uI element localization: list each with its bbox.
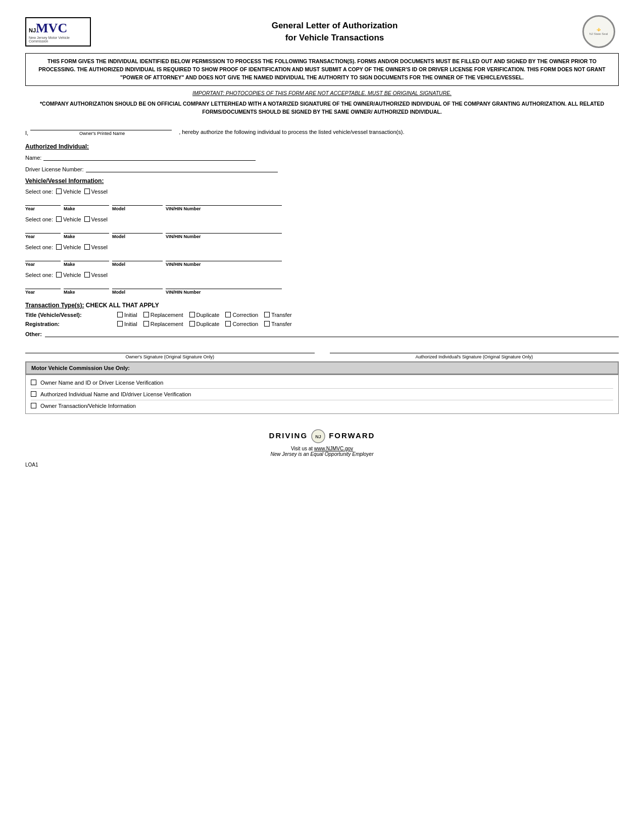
dl-input[interactable] xyxy=(86,166,278,172)
model-col-label-4: Model xyxy=(112,290,125,295)
vin-col-label-2: VIN/HIN Number xyxy=(166,234,201,239)
model-col-label-1: Model xyxy=(112,206,125,211)
make-line-4[interactable] xyxy=(64,281,109,289)
vin-line-1[interactable] xyxy=(166,198,282,206)
model-line-3[interactable] xyxy=(112,253,163,261)
title-transfer-checkbox[interactable] xyxy=(264,312,270,317)
make-col-label-4: Make xyxy=(64,290,75,295)
title-row-label: Title (Vehicle/Vessel): xyxy=(25,312,111,318)
reg-initial-checkbox[interactable] xyxy=(117,321,123,327)
owner-sig-line[interactable] xyxy=(25,344,315,353)
auth-sig-label: Authorized Individual's Signature (Origi… xyxy=(330,354,619,359)
year-line-4[interactable] xyxy=(25,281,61,289)
reg-correction-checkbox[interactable] xyxy=(225,321,231,327)
vin-col-label-3: VIN/HIN Number xyxy=(166,262,201,267)
form-code: LOA1 xyxy=(25,462,619,468)
vessel-checkbox-item-3[interactable]: Vessel xyxy=(84,244,108,250)
make-line-1[interactable] xyxy=(64,198,109,206)
auth-sig-line[interactable] xyxy=(330,344,619,353)
mvc-checkbox-1[interactable] xyxy=(31,380,36,385)
mvc-item-3: Owner Transaction/Vehicle Information xyxy=(31,400,613,411)
footer-visit: Visit us at www.NJMVC.gov xyxy=(25,446,619,451)
transaction-title-underlined: Transaction Type(s): xyxy=(25,302,84,309)
vessel-checkbox-2[interactable] xyxy=(84,216,90,222)
mvc-checkbox-2[interactable] xyxy=(31,391,36,397)
owner-name-field[interactable] xyxy=(30,123,172,130)
title-replacement-label: Replacement xyxy=(151,312,183,318)
reg-transfer-item[interactable]: Transfer xyxy=(264,321,292,327)
year-line-3[interactable] xyxy=(25,253,61,261)
title-correction-item[interactable]: Correction xyxy=(225,312,258,318)
mvc-item-2-text: Authorized Individual Name and ID/driver… xyxy=(40,391,191,397)
vessel-checkbox-4[interactable] xyxy=(84,272,90,277)
title-correction-label: Correction xyxy=(232,312,258,318)
reg-duplicate-item[interactable]: Duplicate xyxy=(189,321,220,327)
vehicle-checkbox-item-1[interactable]: Vehicle xyxy=(56,189,81,195)
title-initial-checkbox[interactable] xyxy=(117,312,123,317)
registration-transaction-row: Registration: Initial Replacement Duplic… xyxy=(25,321,619,327)
vessel-checkbox-item-1[interactable]: Vessel xyxy=(84,189,108,195)
vin-line-3[interactable] xyxy=(166,253,282,261)
vessel-checkbox-item-4[interactable]: Vessel xyxy=(84,272,108,278)
vehicle-checkbox-4[interactable] xyxy=(56,272,62,277)
owner-sig-field: Owner's Signature (Original Signature On… xyxy=(25,344,315,359)
vehicle-checkbox-item-2[interactable]: Vehicle xyxy=(56,216,81,222)
dl-label: Driver License Number: xyxy=(25,166,84,172)
vehicle-checkbox-3[interactable] xyxy=(56,244,62,250)
name-input[interactable] xyxy=(43,154,256,161)
title-initial-item[interactable]: Initial xyxy=(117,312,137,318)
reg-initial-label: Initial xyxy=(124,321,137,327)
year-line-2[interactable] xyxy=(25,225,61,234)
make-line-3[interactable] xyxy=(64,253,109,261)
model-line-1[interactable] xyxy=(112,198,163,206)
vehicle-label-1: Vehicle xyxy=(63,189,81,195)
year-col-label-4: Year xyxy=(25,290,35,295)
year-col-label-3: Year xyxy=(25,262,35,267)
vin-line-2[interactable] xyxy=(166,225,282,234)
reg-transfer-label: Transfer xyxy=(271,321,292,327)
reg-initial-item[interactable]: Initial xyxy=(117,321,137,327)
vin-line-4[interactable] xyxy=(166,281,282,289)
make-field-3: Make xyxy=(64,253,109,267)
logo-box: NJMVC New Jersey Motor Vehicle Commissio… xyxy=(25,17,91,47)
vin-field-1: VIN/HIN Number xyxy=(166,198,282,211)
model-line-2[interactable] xyxy=(112,225,163,234)
vessel-checkbox-1[interactable] xyxy=(84,189,90,194)
owner-name-label: Owner's Printed Name xyxy=(30,131,174,136)
title-correction-checkbox[interactable] xyxy=(225,312,231,317)
form-title: General Letter of Authorization for Vehi… xyxy=(91,20,578,44)
reg-replacement-checkbox[interactable] xyxy=(143,321,149,327)
other-row: Other: xyxy=(25,330,619,337)
reg-transfer-checkbox[interactable] xyxy=(264,321,270,327)
make-line-2[interactable] xyxy=(64,225,109,234)
title-replacement-checkbox[interactable] xyxy=(143,312,149,317)
vehicle-checkbox-2[interactable] xyxy=(56,216,62,222)
mvc-items: Owner Name and ID or Driver License Veri… xyxy=(25,375,619,414)
year-line-1[interactable] xyxy=(25,198,61,206)
mvc-checkbox-3[interactable] xyxy=(31,403,36,408)
title-replacement-item[interactable]: Replacement xyxy=(143,312,183,318)
vehicle-checkbox-item-3[interactable]: Vehicle xyxy=(56,244,81,250)
title-duplicate-checkbox[interactable] xyxy=(189,312,195,317)
signature-section: Owner's Signature (Original Signature On… xyxy=(25,344,619,359)
make-field-1: Make xyxy=(64,198,109,211)
title-transfer-label: Transfer xyxy=(271,312,292,318)
vehicle-label-4: Vehicle xyxy=(63,272,81,278)
reg-correction-item[interactable]: Correction xyxy=(225,321,258,327)
reg-replacement-item[interactable]: Replacement xyxy=(143,321,183,327)
other-input-line[interactable] xyxy=(45,330,619,337)
vessel-checkbox-item-2[interactable]: Vessel xyxy=(84,216,108,222)
year-field-1: Year xyxy=(25,198,61,211)
title-duplicate-item[interactable]: Duplicate xyxy=(189,312,220,318)
reg-replacement-label: Replacement xyxy=(151,321,183,327)
vessel-checkbox-3[interactable] xyxy=(84,244,90,250)
model-line-4[interactable] xyxy=(112,281,163,289)
vehicle-checkbox-item-4[interactable]: Vehicle xyxy=(56,272,81,278)
title-transfer-item[interactable]: Transfer xyxy=(264,312,292,318)
reg-duplicate-checkbox[interactable] xyxy=(189,321,195,327)
mvc-use-title: Motor Vehicle Commission Use Only: xyxy=(31,365,130,371)
visit-url[interactable]: www.NJMVC.gov xyxy=(314,446,353,451)
dl-field-row: Driver License Number: xyxy=(25,166,619,172)
owner-sig-label: Owner's Signature (Original Signature On… xyxy=(25,354,315,359)
vehicle-checkbox-1[interactable] xyxy=(56,189,62,194)
